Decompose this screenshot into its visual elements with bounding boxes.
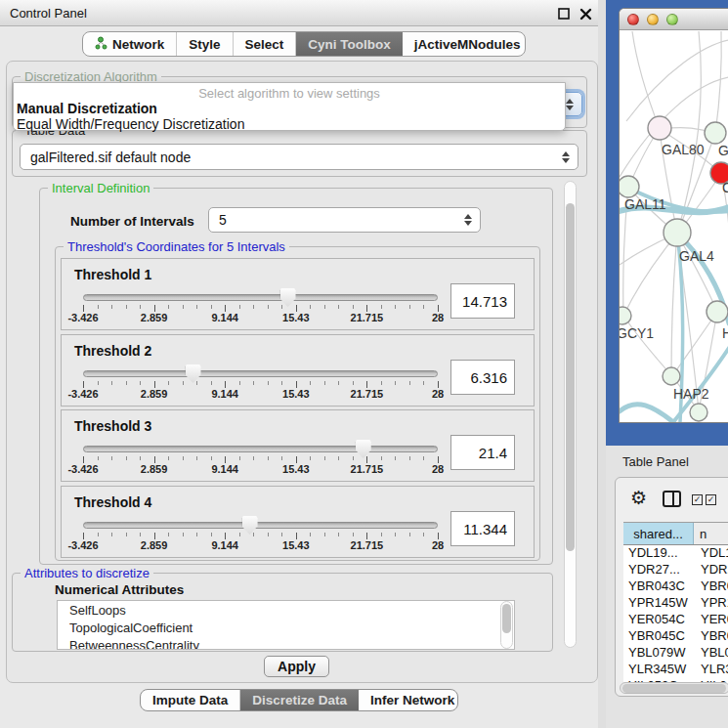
panel-title: Control Panel <box>10 6 87 21</box>
node-gal4[interactable] <box>664 219 691 246</box>
tick-label: 9.144 <box>211 463 238 475</box>
tick-label: 28 <box>432 463 444 475</box>
node[interactable] <box>707 301 728 322</box>
node-label: GAL4 <box>679 248 714 264</box>
tick-label: 21.715 <box>351 463 384 475</box>
tick-label: 2.859 <box>141 463 168 475</box>
tab-select[interactable]: Select <box>234 32 297 56</box>
threshold-3-slider-track[interactable] <box>83 446 438 452</box>
num-intervals-value: 5 <box>219 212 227 228</box>
node[interactable] <box>690 404 707 421</box>
tick-label: 15.43 <box>282 463 310 475</box>
gear-icon[interactable]: ⚙ <box>630 489 647 507</box>
tab-cyni-toolbox[interactable]: Cyni Toolbox <box>296 32 403 56</box>
minimize-light-icon[interactable] <box>647 14 659 25</box>
threshold-4-value-input[interactable] <box>450 511 515 546</box>
table-row[interactable]: YLR345WYLR3 <box>623 662 728 678</box>
checkbox-checked-icon[interactable] <box>692 494 703 505</box>
control-panel-tabs: Network Style Select Cyni Toolbox jActiv… <box>82 31 526 57</box>
table-row[interactable]: YER054CYER0 <box>623 612 728 628</box>
menu-item-manual-discretization[interactable]: Manual Discretization <box>14 101 565 116</box>
table-row[interactable]: YBL079WYBL0 <box>623 645 728 662</box>
list-item[interactable]: BetweennessCentrality <box>58 636 514 650</box>
num-intervals-combobox[interactable]: 5 <box>208 207 481 233</box>
threshold-1-value-input[interactable] <box>450 283 515 319</box>
node-gal80[interactable] <box>648 116 671 140</box>
table-row[interactable]: YDR27...YDR2 <box>623 562 728 578</box>
threshold-4-slider-track[interactable] <box>83 522 438 529</box>
threshold-2-value-input[interactable] <box>450 360 515 395</box>
split-column-icon[interactable] <box>663 491 681 507</box>
network-view-window[interactable]: GAL80 GAL11 GAL4 GCY1 HAP2 GA C H <box>619 8 728 423</box>
chevron-updown-icon <box>562 151 570 163</box>
threshold-3-value-input[interactable] <box>450 435 515 470</box>
threshold-2-slider-track[interactable] <box>83 370 438 377</box>
node-gcy1[interactable] <box>620 307 631 324</box>
table-row[interactable]: YBR043CYBR0 <box>623 578 728 595</box>
tab-network[interactable]: Network <box>83 32 177 56</box>
node-hap2[interactable] <box>663 367 680 385</box>
node-label: HAP2 <box>673 386 709 402</box>
threshold-2-label: Threshold 2 <box>74 343 151 359</box>
threshold-2-box: Threshold 2 -3.426 2.859 9.144 15.43 21.… <box>61 334 535 407</box>
network-window-titlebar[interactable] <box>620 9 728 30</box>
tick-label: 15.43 <box>282 312 310 323</box>
attributes-list-scrollbar[interactable] <box>500 601 513 649</box>
tick-label: 15.43 <box>282 388 310 400</box>
tick-label: 28 <box>432 539 444 551</box>
control-panel-titlebar: Control Panel <box>0 0 604 26</box>
node-gal11[interactable] <box>620 176 639 197</box>
chevron-updown-icon <box>464 214 472 226</box>
tab-infer-network[interactable]: Infer Network <box>359 690 458 710</box>
numerical-attributes-list: SelfLoops TopologicalCoefficient Between… <box>57 600 515 650</box>
threshold-4-box: Threshold 4 -3.426 2.859 9.144 15.43 21.… <box>61 486 535 558</box>
tick-label: 28 <box>432 388 444 400</box>
tick-label: 9.144 <box>211 539 238 551</box>
table-horizontal-scrollbar-thumb[interactable] <box>622 684 726 693</box>
column-header-shared-name[interactable]: shared... <box>623 523 694 544</box>
tick-label: 2.859 <box>141 539 168 551</box>
attributes-list-scrollbar-thumb[interactable] <box>502 604 511 633</box>
threshold-1-ticks <box>83 305 438 312</box>
node-label: H <box>722 325 728 341</box>
thresholds-group-title: Threshold's Coordinates for 5 Intervals <box>64 239 289 254</box>
tick-label: -3.426 <box>67 539 98 551</box>
close-icon[interactable] <box>578 7 593 21</box>
threshold-1-slider-track[interactable] <box>83 294 438 301</box>
tick-label: 21.715 <box>351 388 384 400</box>
table-horizontal-scrollbar[interactable] <box>620 682 728 694</box>
tab-discretize-data[interactable]: Discretize Data <box>240 690 359 710</box>
column-header-name[interactable]: n <box>694 523 728 544</box>
cyni-mode-tabs: Impute Data Discretize Data Infer Networ… <box>140 689 458 711</box>
node[interactable] <box>705 122 726 144</box>
table-row[interactable]: YDL19...YDL1 <box>623 545 728 562</box>
threshold-4-label: Threshold 4 <box>74 494 151 510</box>
tab-jactivemnodules[interactable]: jActiveMNodules <box>403 32 526 56</box>
table-row[interactable]: YPR145WYPR1 <box>623 595 728 612</box>
checkbox-checked-icon[interactable] <box>706 494 716 505</box>
algorithm-dropdown-popup: Select algorithm to view settings Manual… <box>13 82 566 131</box>
close-light-icon[interactable] <box>627 14 639 25</box>
apply-button[interactable]: Apply <box>264 656 329 677</box>
tab-impute-data[interactable]: Impute Data <box>141 690 240 710</box>
tick-label: 21.715 <box>351 539 384 551</box>
table-panel-title: Table Panel <box>622 454 689 469</box>
zoom-light-icon[interactable] <box>666 14 678 25</box>
list-item[interactable]: TopologicalCoefficient <box>58 619 514 636</box>
tab-style[interactable]: Style <box>177 32 233 56</box>
table-row[interactable]: YBR045CYBR0 <box>623 628 728 645</box>
list-item[interactable]: SelfLoops <box>58 601 514 619</box>
network-canvas[interactable]: GAL80 GAL11 GAL4 GCY1 HAP2 GA C H <box>620 30 728 423</box>
algorithm-placeholder: Select algorithm to view settings <box>14 83 565 101</box>
table-data-combobox[interactable]: galFiltered.sif default node <box>20 144 578 170</box>
threshold-3-label: Threshold 3 <box>74 418 151 434</box>
node-label: GAL11 <box>624 196 666 212</box>
tick-label: -3.426 <box>67 312 98 323</box>
network-icon <box>95 36 107 53</box>
node-label: C <box>722 180 728 195</box>
menu-item-equal-width-frequency[interactable]: Equal Width/Frequency Discretization <box>14 116 565 132</box>
panel-vertical-scrollbar[interactable] <box>564 181 577 648</box>
float-icon[interactable] <box>557 7 572 21</box>
panel-vertical-scrollbar-thumb[interactable] <box>566 203 575 551</box>
tick-label: 2.859 <box>141 388 168 400</box>
